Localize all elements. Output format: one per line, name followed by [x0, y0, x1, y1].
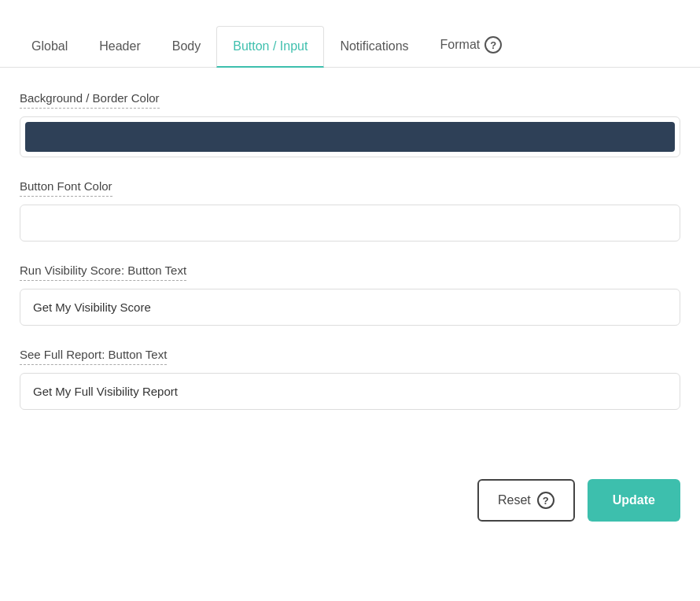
tab-notifications[interactable]: Notifications	[324, 27, 424, 68]
full-report-label: See Full Report: Button Text	[20, 348, 167, 365]
form-content: Background / Border Color Button Font Co…	[0, 68, 700, 455]
tab-header[interactable]: Header	[83, 27, 156, 68]
format-help-icon: ?	[484, 36, 502, 53]
tab-button-input[interactable]: Button / Input	[216, 26, 324, 68]
font-color-section: Button Font Color	[20, 179, 680, 242]
reset-help-icon: ?	[537, 492, 554, 509]
full-report-section: See Full Report: Button Text	[20, 348, 680, 410]
full-report-input[interactable]	[20, 373, 680, 410]
font-color-label: Button Font Color	[20, 179, 112, 197]
update-button[interactable]: Update	[588, 479, 680, 522]
font-color-input[interactable]	[20, 205, 680, 242]
bg-border-label: Background / Border Color	[20, 91, 160, 109]
run-visibility-label: Run Visibility Score: Button Text	[20, 264, 186, 281]
run-visibility-section: Run Visibility Score: Button Text	[20, 264, 680, 326]
reset-button[interactable]: Reset ?	[477, 479, 575, 522]
tab-format[interactable]: Format ?	[425, 24, 518, 68]
bg-border-color-wrapper[interactable]	[20, 116, 680, 157]
tab-bar: Global Header Body Button / Input Notifi…	[0, 0, 700, 68]
bg-border-section: Background / Border Color	[20, 91, 680, 157]
footer: Reset ? Update	[0, 463, 700, 537]
bg-border-color-preview	[25, 122, 675, 152]
run-visibility-input[interactable]	[20, 289, 680, 326]
tab-global[interactable]: Global	[16, 27, 83, 68]
tab-body[interactable]: Body	[157, 27, 216, 68]
